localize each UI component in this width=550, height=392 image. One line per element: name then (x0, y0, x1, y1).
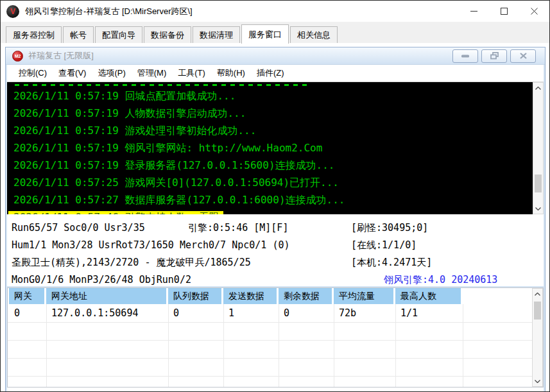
app-icon: V (6, 5, 19, 18)
app-window: V 翎风引擎控制台-祥瑞复古 [D:\MirServer跨区\] 服务器控制 帐… (0, 0, 550, 392)
tab-account[interactable]: 帐号 (63, 26, 94, 43)
close-icon (531, 8, 538, 15)
mdi-close-button[interactable] (510, 49, 536, 63)
mdi-bottom-filler (7, 388, 544, 392)
tab-data-backup[interactable]: 数据备份 (144, 26, 191, 43)
mdi-titlebar: M2 祥瑞复古 [无限版] (6, 47, 545, 65)
menu-view[interactable]: 查看(V) (53, 67, 92, 79)
status-row: MonG0/1/6 MonP3/26/48 ObjRun0/2 翎风引擎:4.0… (7, 271, 544, 289)
console-line: 2026/1/11 0:57:19 游戏处理引擎初始化成功... (13, 122, 533, 139)
mdi-title: 祥瑞复古 [无限版] (28, 50, 94, 62)
menu-control[interactable]: 控制(C) (13, 67, 53, 79)
gateway-table-content: 网关 网关地址 队列数据 发送数据 剩余数据 平均流量 最高人数 (8, 288, 532, 387)
status-uptime-days: [本机:4.2471天] (351, 254, 432, 271)
chevron-up-icon (535, 87, 541, 90)
console-line: 2026/1/11 0:57:19 回城点配置加载成功... (13, 87, 533, 105)
console-log[interactable]: 2026/1/11 0:57:19 回城点配置加载成功... 2026/1/11… (7, 82, 533, 214)
cell-gateway: 0 (9, 304, 46, 322)
m2-icon: M2 (12, 51, 23, 62)
tab-config-wizard[interactable]: 配置向导 (95, 26, 142, 43)
gridline (8, 376, 532, 377)
col-header-max-users[interactable]: 最高人数 (395, 288, 463, 304)
chevron-down-icon (535, 207, 541, 210)
status-engine-uptime: 引擎:0:5:46 [M][F] (188, 219, 288, 237)
gridline (8, 322, 532, 323)
status-online-count: [在线:1/1/0] (351, 237, 417, 254)
cell-max-users: 1/1 (395, 304, 463, 322)
table-row[interactable]: 0 127.0.0.1:50694 0 1 0 72b 1/1 (9, 304, 463, 322)
tab-related-info[interactable]: 相关信息 (290, 26, 338, 43)
cell-address: 127.0.0.1:50694 (46, 304, 168, 322)
status-panel: Run65/57 Soc0/0 Usr3/35 引擎:0:5:46 [M][F]… (7, 214, 544, 286)
console-scrollbar-thumb[interactable] (535, 175, 542, 192)
gridline (8, 358, 532, 359)
engine-version: 翎风引擎:4.0 20240613 (384, 271, 497, 289)
console-line: 2026/1/11 0:57:19 翎风引擎网站: http://www.Hao… (13, 139, 533, 157)
status-row: Hum1/1 Mon3/28 UsrRot73/1650 Merch0/7 Np… (7, 237, 544, 254)
console-line: 2026/1/11 0:57:27 数据库服务器(127.0.0.1:6000)… (13, 191, 533, 209)
console-group: 2026/1/11 0:57:19 回城点配置加载成功... 2026/1/11… (7, 82, 544, 214)
chevron-up-icon (535, 293, 540, 296)
m2-icon-letters: M2 (15, 54, 21, 58)
mdi-window: M2 祥瑞复古 [无限版] (5, 47, 546, 391)
col-header-avg-flow[interactable]: 平均流量 (334, 288, 395, 304)
status-object-stats: Hum1/1 Mon3/28 UsrRot73/1650 Merch0/7 Np… (12, 237, 289, 254)
scroll-down-button[interactable] (533, 376, 542, 386)
tab-data-cleanup[interactable]: 数据清理 (193, 26, 240, 43)
cell-remaining: 0 (279, 304, 334, 322)
console-scrollbar[interactable] (533, 82, 544, 214)
tab-page: M2 祥瑞复古 [无限版] (1, 42, 549, 391)
maximize-icon (501, 8, 508, 15)
table-body: 0 127.0.0.1:50694 0 1 0 72b 1/1 (8, 304, 532, 387)
minimize-button[interactable] (459, 1, 489, 22)
mdi-window-controls (449, 49, 536, 63)
table-scrollbar[interactable] (532, 288, 543, 387)
gateway-table: 网关 网关地址 队列数据 发送数据 剩余数据 平均流量 最高人数 (7, 287, 544, 388)
console-partial-line (15, 84, 307, 86)
menu-options[interactable]: 选项(P) (92, 67, 131, 79)
gridline (8, 340, 532, 341)
scroll-up-button[interactable] (533, 289, 542, 299)
gateway-table-group: 网关 网关地址 队列数据 发送数据 剩余数据 平均流量 最高人数 (7, 287, 544, 388)
cell-queue: 0 (168, 304, 223, 322)
col-header-sent[interactable]: 发送数据 (223, 288, 279, 304)
scroll-up-button[interactable] (533, 83, 543, 93)
mdi-restore-button[interactable] (481, 49, 507, 63)
app-icon-letter: V (10, 7, 15, 16)
col-header-remaining[interactable]: 剩余数据 (279, 288, 334, 304)
mdi-restore-icon (490, 52, 499, 60)
cell-sent: 1 (223, 304, 279, 322)
titlebar: V 翎风引擎控制台-祥瑞复古 [D:\MirServer跨区\] (1, 1, 549, 22)
tab-bar: 服务器控制 帐号 配置向导 数据备份 数据清理 服务窗口 相关信息 (1, 22, 549, 43)
table-scrollbar-thumb[interactable] (534, 302, 541, 320)
close-button[interactable] (519, 1, 549, 22)
status-spawn-count: [刷怪:30495;0] (351, 219, 428, 237)
menu-bar: 控制(C) 查看(V) 选项(P) 管理(M) 工具(T) 帮助(H) 插件(Z… (7, 65, 544, 82)
maximize-button[interactable] (489, 1, 519, 22)
status-row: Run65/57 Soc0/0 Usr3/35 引擎:0:5:46 [M][F]… (7, 219, 544, 237)
col-header-queue[interactable]: 队列数据 (168, 288, 223, 304)
console-line: 2026/1/11 0:57:19 人物数据引擎启动成功... (13, 105, 533, 122)
menu-tools[interactable]: 工具(T) (172, 67, 211, 79)
cell-avg-flow: 72b (334, 304, 395, 322)
tab-server-control[interactable]: 服务器控制 (6, 26, 62, 43)
console-line: 2026/1/11 0:57:19 登录服务器(127.0.0.1:5600)连… (13, 157, 533, 174)
menu-plugins[interactable]: 插件(Z) (251, 67, 290, 79)
status-boss-info: 圣殿卫士(精英),2143/2720 - 魔龙破甲兵/1865/25 (12, 254, 251, 271)
console-line: 2026/1/11 0:57:25 游戏网关[0](127.0.0.1:5069… (13, 174, 533, 191)
status-run-stats: Run65/57 Soc0/0 Usr3/35 (12, 219, 145, 237)
table-header-row: 网关 网关地址 队列数据 发送数据 剩余数据 平均流量 最高人数 (8, 288, 532, 304)
col-header-gateway[interactable]: 网关 (9, 288, 46, 304)
window-controls (459, 1, 549, 22)
menu-help[interactable]: 帮助(H) (211, 67, 251, 79)
scroll-down-button[interactable] (533, 203, 543, 214)
tab-service-window[interactable]: 服务窗口 (241, 24, 289, 44)
mdi-minimize-icon (461, 55, 469, 58)
col-header-address[interactable]: 网关地址 (46, 288, 168, 304)
status-mon-stats: MonG0/1/6 MonP3/26/48 ObjRun0/2 (12, 271, 191, 289)
menu-manage[interactable]: 管理(M) (132, 67, 173, 79)
console-line: 2026/1/11 0:57:46 引擎支持人数: 无限 (13, 209, 533, 214)
chevron-down-icon (535, 380, 540, 383)
window-title: 翎风引擎控制台-祥瑞复古 [D:\MirServer跨区\] (25, 6, 193, 17)
mdi-minimize-button[interactable] (452, 49, 478, 63)
